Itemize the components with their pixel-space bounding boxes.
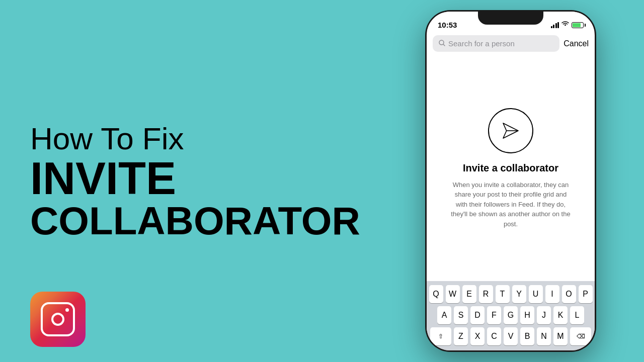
key-x[interactable]: X <box>470 327 485 345</box>
battery-icon <box>572 22 584 28</box>
instagram-logo <box>30 292 86 347</box>
search-icon <box>439 40 445 48</box>
key-d[interactable]: D <box>470 306 485 324</box>
invite-title: Invite a collaborator <box>463 162 558 174</box>
key-t[interactable]: T <box>496 285 510 303</box>
keyboard-row-2: A S D F G H J K L <box>429 306 593 324</box>
phone-mockup: 10:53 <box>425 10 596 352</box>
cancel-button[interactable]: Cancel <box>564 39 589 48</box>
key-s[interactable]: S <box>454 306 468 324</box>
status-bar-area: 10:53 <box>427 12 595 31</box>
key-e[interactable]: E <box>462 285 476 303</box>
search-placeholder: Search for a person <box>448 39 515 48</box>
status-icons <box>551 21 584 29</box>
invite-description: When you invite a collaborator, they can… <box>450 180 571 229</box>
key-o[interactable]: O <box>562 285 576 303</box>
phone-screen: 10:53 <box>427 12 595 350</box>
instagram-ring <box>41 302 75 336</box>
status-time: 10:53 <box>438 21 457 29</box>
key-w[interactable]: W <box>446 285 460 303</box>
key-c[interactable]: C <box>487 327 501 345</box>
collaborator-text: COLLABORATOR <box>30 201 360 240</box>
key-p[interactable]: P <box>579 285 593 303</box>
search-section: Search for a person Cancel <box>427 31 595 56</box>
key-b[interactable]: B <box>520 327 534 345</box>
collaborator-icon <box>488 108 533 153</box>
key-a[interactable]: A <box>437 306 451 324</box>
key-v[interactable]: V <box>504 327 518 345</box>
key-r[interactable]: R <box>479 285 493 303</box>
invite-text: INVITE <box>30 156 360 201</box>
svg-line-1 <box>443 44 445 46</box>
key-delete[interactable]: ⌫ <box>570 327 591 345</box>
key-z[interactable]: Z <box>454 327 468 345</box>
keyboard: Q W E R T Y U I O P A S D F G H <box>427 281 595 350</box>
title-block: How To Fix INVITE COLLABORATOR <box>30 122 360 240</box>
wifi-icon <box>561 21 569 29</box>
key-y[interactable]: Y <box>512 285 526 303</box>
paper-plane-icon <box>498 118 523 143</box>
key-i[interactable]: I <box>545 285 559 303</box>
keyboard-row-3: ⇧ Z X C V B N M ⌫ <box>429 327 593 345</box>
keyboard-row-1: Q W E R T Y U I O P <box>429 285 593 303</box>
key-j[interactable]: J <box>537 306 551 324</box>
left-section: How To Fix INVITE COLLABORATOR <box>0 0 392 362</box>
signal-icon <box>551 22 559 28</box>
instagram-dot <box>65 308 69 312</box>
key-shift[interactable]: ⇧ <box>430 327 451 345</box>
key-q[interactable]: Q <box>429 285 443 303</box>
key-n[interactable]: N <box>537 327 551 345</box>
key-g[interactable]: G <box>504 306 518 324</box>
key-l[interactable]: L <box>570 306 584 324</box>
key-m[interactable]: M <box>553 327 568 345</box>
key-k[interactable]: K <box>553 306 568 324</box>
instagram-center <box>51 313 64 326</box>
right-section: 10:53 <box>392 0 644 362</box>
how-to-fix-text: How To Fix <box>30 122 360 156</box>
key-h[interactable]: H <box>520 306 534 324</box>
key-u[interactable]: U <box>529 285 543 303</box>
search-bar[interactable]: Search for a person <box>433 35 559 52</box>
phone-notch <box>478 12 543 25</box>
phone-main-content: Invite a collaborator When you invite a … <box>427 56 595 281</box>
key-f[interactable]: F <box>487 306 501 324</box>
